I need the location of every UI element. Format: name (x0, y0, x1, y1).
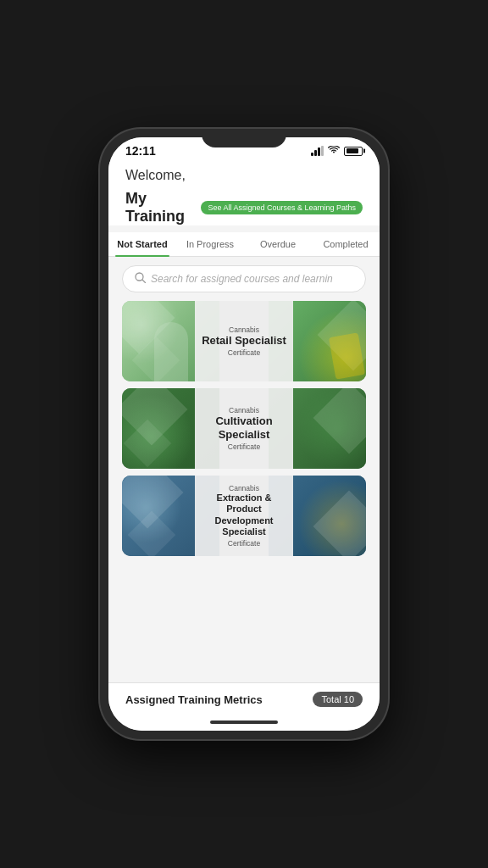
welcome-text: Welcome, (125, 168, 186, 182)
main-content: Welcome, My Training See All Assigned Co… (108, 161, 380, 682)
training-header: My Training See All Assigned Courses & L… (125, 190, 363, 225)
card-title-extraction: Extraction & Product Development Special… (198, 492, 289, 537)
card-subtitle-cultivation: Cannabis (229, 406, 259, 415)
signal-icon (311, 146, 324, 156)
svg-line-1 (142, 280, 146, 283)
card-type-cultivation: Certificate (228, 442, 260, 451)
card-subtitle-retail: Cannabis (229, 326, 259, 334)
training-title: My Training (125, 190, 192, 225)
phone-screen: 12:11 (108, 137, 380, 731)
welcome-header: Welcome, (108, 161, 380, 183)
card-center-extraction: Cannabis Extraction & Product Developmen… (195, 476, 292, 556)
search-box[interactable]: Search for assigned courses and learnin (122, 265, 366, 292)
course-card-cultivation[interactable]: Cannabis Cultivation Specialist Certific… (122, 388, 366, 469)
notch (202, 129, 286, 147)
course-card-extraction[interactable]: Cannabis Extraction & Product Developmen… (122, 476, 366, 556)
training-section: My Training See All Assigned Courses & L… (108, 183, 380, 225)
status-time: 12:11 (125, 144, 156, 158)
training-tabs: Not Started In Progress Overdue Complete… (108, 232, 380, 257)
tab-overdue[interactable]: Overdue (244, 232, 312, 256)
home-bar (210, 721, 278, 724)
search-container: Search for assigned courses and learnin (108, 257, 380, 301)
courses-list: Cannabis Retail Specialist Certificate (108, 301, 380, 565)
card-type-retail: Certificate (228, 348, 260, 357)
card-type-extraction: Certificate (228, 539, 260, 548)
battery-icon (344, 147, 363, 156)
see-all-button[interactable]: See All Assigned Courses & Learning Path… (201, 201, 363, 214)
bottom-bar: Assigned Training Metrics Total 10 (108, 682, 380, 715)
bottom-bar-title: Assigned Training Metrics (125, 693, 263, 706)
card-subtitle-extraction: Cannabis (229, 484, 259, 492)
total-badge: Total 10 (313, 692, 363, 707)
search-icon (135, 272, 146, 286)
search-placeholder: Search for assigned courses and learnin (151, 273, 333, 285)
phone-frame: 12:11 (100, 129, 388, 739)
tab-in-progress[interactable]: In Progress (176, 232, 244, 256)
tab-not-started[interactable]: Not Started (108, 232, 176, 256)
course-card-retail[interactable]: Cannabis Retail Specialist Certificate (122, 301, 366, 381)
tab-completed[interactable]: Completed (312, 232, 380, 256)
card-center-cultivation: Cannabis Cultivation Specialist Certific… (195, 388, 292, 469)
card-title-retail: Retail Specialist (202, 334, 286, 348)
card-title-cultivation: Cultivation Specialist (198, 415, 289, 441)
home-indicator (108, 715, 380, 731)
wifi-icon (328, 145, 340, 157)
status-icons (311, 145, 363, 157)
card-center-retail: Cannabis Retail Specialist Certificate (195, 301, 292, 381)
